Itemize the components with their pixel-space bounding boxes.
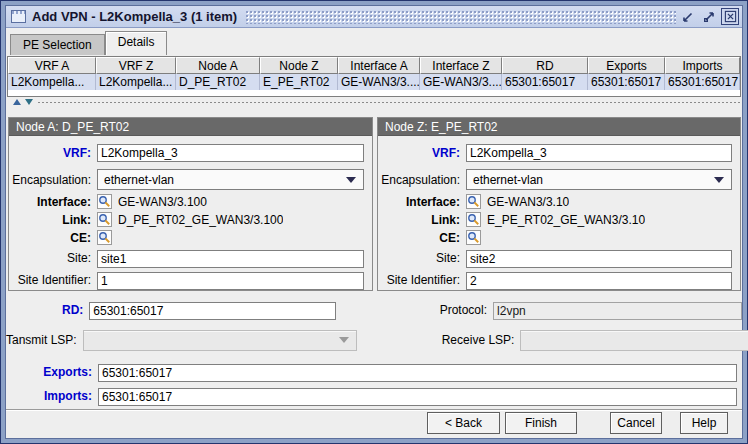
- cell-node-z[interactable]: E_PE_RT02: [260, 74, 338, 90]
- vrf-field-z[interactable]: [466, 144, 732, 162]
- site-identifier-field-a[interactable]: [97, 272, 364, 290]
- cancel-button[interactable]: Cancel: [610, 412, 662, 434]
- maximize-button[interactable]: [700, 8, 718, 25]
- iconify-icon: [681, 10, 695, 24]
- protocol-field: [493, 302, 742, 320]
- panel-node-z: Node Z: E_PE_RT02 VRF: Encapsulation: et…: [377, 117, 741, 291]
- tab-strip: PE Selection Details: [10, 31, 167, 55]
- vrf-field-a[interactable]: [97, 144, 364, 162]
- cell-imports[interactable]: 65301:65017: [665, 74, 740, 90]
- finish-button[interactable]: Finish: [505, 412, 577, 434]
- window-inner: Add VPN - L2Kompella_3 (1 item): [5, 5, 743, 439]
- interface-value-a: GE-WAN3/3.100: [118, 195, 207, 209]
- column-header-node-z[interactable]: Node Z: [260, 57, 338, 74]
- magnifier-icon: [97, 194, 112, 209]
- encapsulation-label-a: Encapsulation:: [9, 173, 97, 187]
- site-field-a[interactable]: [97, 250, 364, 268]
- ce-browse-button-z[interactable]: [466, 230, 482, 246]
- maximize-icon: [702, 10, 716, 24]
- splitter-texture: [37, 101, 741, 104]
- back-button[interactable]: < Back: [427, 412, 500, 434]
- column-header-node-a[interactable]: Node A: [176, 57, 260, 74]
- site-identifier-label-z: Site Identifier:: [378, 273, 466, 287]
- imports-label: Imports:: [6, 389, 98, 403]
- ce-label-a: CE:: [9, 231, 97, 245]
- rd-field[interactable]: [89, 302, 335, 320]
- vrf-label-a: VRF:: [9, 146, 97, 160]
- panel-node-z-header: Node Z: E_PE_RT02: [378, 118, 740, 136]
- column-header-exports[interactable]: Exports: [588, 57, 665, 74]
- transmit-lsp-select: [83, 330, 357, 351]
- window-title: Add VPN - L2Kompella_3 (1 item): [32, 9, 245, 24]
- titlebar: Add VPN - L2Kompella_3 (1 item): [6, 6, 742, 28]
- cell-exports[interactable]: 65301:65017: [588, 74, 665, 90]
- iconify-button[interactable]: [679, 8, 697, 25]
- transmit-lsp-label: Tansmit LSP:: [6, 333, 83, 347]
- interface-browse-button-z[interactable]: [466, 194, 482, 210]
- cell-interface-a[interactable]: GE-WAN3/3....: [338, 74, 420, 90]
- interface-label-a: Interface:: [9, 195, 97, 209]
- link-label-z: Link:: [378, 213, 466, 227]
- vrf-label-z: VRF:: [378, 146, 466, 160]
- tab-details[interactable]: Details: [105, 31, 168, 55]
- close-button[interactable]: [721, 8, 739, 25]
- add-vpn-window: Add VPN - L2Kompella_3 (1 item): [0, 0, 748, 444]
- vpn-table: VRF A VRF Z Node A Node Z Interface A In…: [7, 56, 741, 97]
- cell-node-a[interactable]: D_PE_RT02: [176, 74, 260, 90]
- link-label-a: Link:: [9, 213, 97, 227]
- chevron-down-icon: [346, 177, 356, 183]
- split-pane-divider[interactable]: [7, 98, 741, 106]
- encapsulation-label-z: Encapsulation:: [378, 173, 466, 187]
- column-header-interface-z[interactable]: Interface Z: [420, 57, 502, 74]
- table-header-row: VRF A VRF Z Node A Node Z Interface A In…: [8, 57, 740, 74]
- link-browse-button-z[interactable]: [466, 212, 482, 228]
- help-button[interactable]: Help: [680, 412, 728, 434]
- site-field-z[interactable]: [466, 250, 732, 268]
- column-header-interface-a[interactable]: Interface A: [338, 57, 420, 74]
- site-label-a: Site:: [9, 251, 97, 265]
- rd-label: RD:: [6, 303, 89, 317]
- column-header-vrf-a[interactable]: VRF A: [8, 57, 96, 74]
- encapsulation-select-a[interactable]: ethernet-vlan: [97, 169, 364, 190]
- cell-rd[interactable]: 65301:65017: [502, 74, 588, 90]
- interface-browse-button-a[interactable]: [97, 194, 113, 210]
- exports-label: Exports:: [6, 365, 98, 379]
- magnifier-icon: [466, 212, 481, 227]
- site-label-z: Site:: [378, 251, 466, 265]
- exports-field[interactable]: [98, 364, 737, 382]
- link-browse-button-a[interactable]: [97, 212, 113, 228]
- close-icon: [724, 10, 737, 23]
- client-area: PE Selection Details VRF A VRF Z Node A …: [6, 28, 742, 438]
- encapsulation-select-z[interactable]: ethernet-vlan: [466, 169, 732, 190]
- cell-vrf-z[interactable]: L2Kompella...: [96, 74, 176, 90]
- magnifier-icon: [466, 194, 481, 209]
- link-value-a: D_PE_RT02_GE_WAN3/3.100: [118, 213, 283, 227]
- column-header-imports[interactable]: Imports: [665, 57, 740, 74]
- magnifier-icon: [97, 212, 112, 227]
- panel-node-a-header: Node A: D_PE_RT02: [9, 118, 372, 136]
- splitter-expand-icon[interactable]: [25, 99, 33, 105]
- chevron-down-icon: [339, 337, 349, 343]
- window-icon: [11, 10, 26, 23]
- site-identifier-label-a: Site Identifier:: [9, 273, 97, 287]
- ce-label-z: CE:: [378, 231, 466, 245]
- receive-lsp-select: [520, 330, 748, 351]
- cell-interface-z[interactable]: GE-WAN3/3....: [420, 74, 502, 90]
- column-header-vrf-z[interactable]: VRF Z: [96, 57, 176, 74]
- cell-vrf-a[interactable]: L2Kompella...: [8, 74, 96, 90]
- table-row[interactable]: L2Kompella... L2Kompella... D_PE_RT02 E_…: [8, 74, 740, 90]
- site-identifier-field-z[interactable]: [466, 272, 732, 290]
- titlebar-texture: [245, 10, 676, 24]
- tab-pe-selection[interactable]: PE Selection: [10, 34, 105, 55]
- magnifier-icon: [466, 230, 481, 245]
- chevron-down-icon: [714, 177, 724, 183]
- protocol-label: Protocol:: [421, 303, 494, 317]
- interface-label-z: Interface:: [378, 195, 466, 209]
- panel-node-a: Node A: D_PE_RT02 VRF: Encapsulation: et…: [8, 117, 373, 291]
- splitter-collapse-icon[interactable]: [13, 99, 21, 105]
- ce-browse-button-a[interactable]: [97, 230, 113, 246]
- button-bar: < Back Finish Cancel Help: [6, 412, 742, 434]
- column-header-rd[interactable]: RD: [502, 57, 588, 74]
- imports-field[interactable]: [98, 388, 737, 406]
- interface-value-z: GE-WAN3/3.10: [487, 195, 569, 209]
